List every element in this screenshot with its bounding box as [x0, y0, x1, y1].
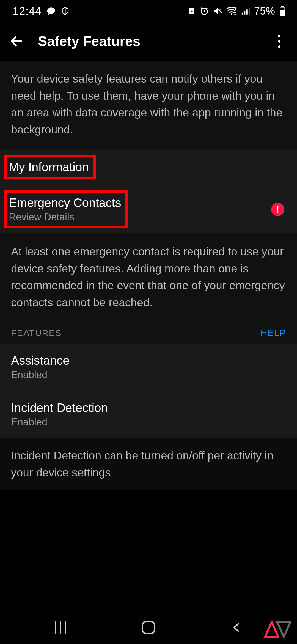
- incident-detection-title: Incident Detection: [11, 401, 286, 415]
- highlight-box: Emergency Contacts Review Details: [4, 190, 128, 228]
- help-link[interactable]: HELP: [260, 328, 286, 338]
- assistance-status: Enabled: [11, 369, 286, 381]
- svg-rect-10: [281, 6, 284, 7]
- alert-icon: !: [271, 203, 284, 216]
- my-information-row[interactable]: My Information: [0, 149, 297, 185]
- sync-icon: [61, 7, 70, 15]
- svg-rect-6: [244, 11, 245, 15]
- system-nav-bar: [0, 611, 297, 644]
- emergency-contacts-row[interactable]: Emergency Contacts Review Details !: [0, 185, 297, 233]
- battery-text: 75%: [254, 5, 275, 17]
- incident-detection-row[interactable]: Incident Detection Enabled: [0, 391, 297, 438]
- highlight-box: My Information: [4, 155, 96, 179]
- home-button[interactable]: [132, 619, 165, 636]
- chat-icon: [46, 6, 56, 16]
- features-label: FEATURES: [11, 328, 62, 338]
- mute-icon: [213, 6, 222, 16]
- incident-note: Incident Detection can be turned on/off …: [0, 438, 297, 490]
- intro-text: Your device safety features can notify o…: [0, 61, 297, 149]
- overflow-menu-button[interactable]: [272, 33, 286, 50]
- signal-icon: [241, 7, 250, 15]
- battery-icon: [279, 6, 286, 17]
- nav-back-button[interactable]: [220, 619, 253, 636]
- svg-rect-8: [249, 8, 250, 15]
- back-button[interactable]: [8, 33, 25, 50]
- emergency-contacts-sub: Review Details: [9, 211, 121, 223]
- svg-rect-11: [280, 8, 285, 10]
- wifi-icon: 6: [226, 6, 237, 16]
- alarm-icon: [200, 6, 209, 16]
- assistance-title: Assistance: [11, 354, 286, 367]
- my-information-title: My Information: [9, 160, 89, 174]
- page-title: Safety Features: [38, 33, 259, 49]
- svg-rect-7: [246, 9, 248, 14]
- recents-button[interactable]: [44, 619, 77, 636]
- emergency-contacts-title: Emergency Contacts: [9, 196, 121, 210]
- assistance-row[interactable]: Assistance Enabled: [0, 344, 297, 391]
- status-bar: 12:44 6 75%: [0, 0, 297, 22]
- empty-space: [0, 490, 297, 611]
- svg-point-3: [231, 13, 232, 15]
- watermark-logo: [263, 620, 293, 640]
- features-section-header: FEATURES HELP: [0, 321, 297, 344]
- card-icon: [188, 7, 196, 15]
- clock: 12:44: [13, 5, 42, 17]
- svg-rect-5: [242, 13, 243, 15]
- contacts-note: At least one emergency contact is requir…: [0, 233, 297, 321]
- svg-text:6: 6: [235, 7, 237, 10]
- app-header: Safety Features: [0, 22, 297, 61]
- incident-detection-status: Enabled: [11, 416, 286, 428]
